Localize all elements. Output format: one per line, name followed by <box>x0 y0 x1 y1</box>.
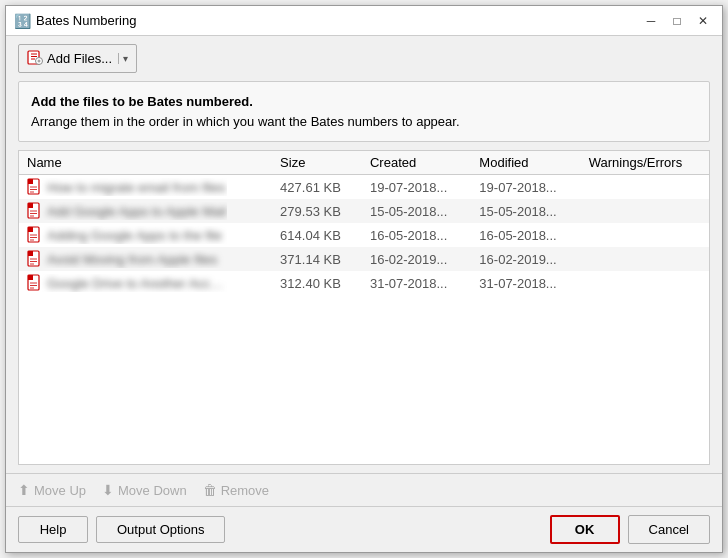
file-modified-cell: 16-05-2018... <box>471 223 580 247</box>
move-up-icon: ⬆ <box>18 482 30 498</box>
file-size-cell: 371.14 KB <box>272 247 362 271</box>
pdf-icon <box>27 250 43 268</box>
bottom-actions: ⬆ Move Up ⬇ Move Down 🗑 Remove <box>6 473 722 506</box>
remove-icon: 🗑 <box>203 482 217 498</box>
title-bar-left: 🔢 Bates Numbering <box>14 13 136 29</box>
title-bar: 🔢 Bates Numbering ─ □ ✕ <box>6 6 722 36</box>
file-name-cell: Avoid Moving from Apple files <box>19 247 272 271</box>
add-files-button[interactable]: Add Files... ▾ <box>18 44 137 73</box>
svg-rect-5 <box>28 203 33 208</box>
move-down-icon: ⬇ <box>102 482 114 498</box>
pdf-icon <box>27 274 43 292</box>
maximize-button[interactable]: □ <box>666 10 688 32</box>
instructions-panel: Add the files to be Bates numbered. Arra… <box>18 81 710 142</box>
col-name: Name <box>19 151 272 175</box>
file-table-container[interactable]: Name Size Created Modified Warnings/Erro… <box>18 150 710 465</box>
file-name-text: Google Drive to Another Account <box>47 276 227 291</box>
file-name-text: Adding Google Apps to the file <box>47 228 222 243</box>
window-icon: 🔢 <box>14 13 30 29</box>
file-created-cell: 19-07-2018... <box>362 175 471 200</box>
instructions-line2: Arrange them in the order in which you w… <box>31 112 697 132</box>
window-title: Bates Numbering <box>36 13 136 28</box>
output-options-button[interactable]: Output Options <box>96 516 225 543</box>
file-created-cell: 16-02-2019... <box>362 247 471 271</box>
remove-label: Remove <box>221 483 269 498</box>
pdf-icon <box>27 178 43 196</box>
file-warnings-cell <box>581 247 709 271</box>
file-name-cell: Adding Google Apps to the file <box>19 223 272 247</box>
table-row[interactable]: Adding Google Apps to the file 614.04 KB… <box>19 223 709 247</box>
table-row[interactable]: How to migrate email from files 427.61 K… <box>19 175 709 200</box>
file-warnings-cell <box>581 199 709 223</box>
file-warnings-cell <box>581 175 709 200</box>
svg-rect-9 <box>28 251 33 256</box>
col-modified: Modified <box>471 151 580 175</box>
cancel-button[interactable]: Cancel <box>628 515 710 544</box>
table-row[interactable]: Add Google Apps to Apple Mail 279.53 KB1… <box>19 199 709 223</box>
title-controls: ─ □ ✕ <box>640 10 714 32</box>
file-name-cell: Google Drive to Another Account <box>19 271 272 295</box>
file-warnings-cell <box>581 223 709 247</box>
toolbar: Add Files... ▾ <box>6 36 722 81</box>
table-row[interactable]: Google Drive to Another Account 312.40 K… <box>19 271 709 295</box>
file-created-cell: 16-05-2018... <box>362 223 471 247</box>
col-size: Size <box>272 151 362 175</box>
file-modified-cell: 15-05-2018... <box>471 199 580 223</box>
file-size-cell: 427.61 KB <box>272 175 362 200</box>
bates-numbering-window: 🔢 Bates Numbering ─ □ ✕ Add Files... ▾ <box>5 5 723 553</box>
file-name-text: How to migrate email from files <box>47 180 225 195</box>
move-up-button[interactable]: ⬆ Move Up <box>18 482 86 498</box>
add-files-label: Add Files... <box>47 51 112 66</box>
file-created-cell: 15-05-2018... <box>362 199 471 223</box>
add-files-icon <box>27 49 43 68</box>
file-name-text: Avoid Moving from Apple files <box>47 252 217 267</box>
col-warnings: Warnings/Errors <box>581 151 709 175</box>
move-down-label: Move Down <box>118 483 187 498</box>
file-table: Name Size Created Modified Warnings/Erro… <box>19 151 709 295</box>
file-warnings-cell <box>581 271 709 295</box>
file-size-cell: 614.04 KB <box>272 223 362 247</box>
file-name-cell: How to migrate email from files <box>19 175 272 200</box>
col-created: Created <box>362 151 471 175</box>
close-button[interactable]: ✕ <box>692 10 714 32</box>
help-button[interactable]: Help <box>18 516 88 543</box>
file-modified-cell: 19-07-2018... <box>471 175 580 200</box>
dropdown-arrow-icon: ▾ <box>118 53 128 64</box>
file-modified-cell: 31-07-2018... <box>471 271 580 295</box>
ok-button[interactable]: OK <box>550 515 620 544</box>
file-size-cell: 279.53 KB <box>272 199 362 223</box>
svg-rect-3 <box>28 179 33 184</box>
file-name-cell: Add Google Apps to Apple Mail <box>19 199 272 223</box>
move-up-label: Move Up <box>34 483 86 498</box>
remove-button[interactable]: 🗑 Remove <box>203 482 269 498</box>
file-modified-cell: 16-02-2019... <box>471 247 580 271</box>
pdf-icon <box>27 202 43 220</box>
pdf-icon <box>27 226 43 244</box>
footer-left: Help Output Options <box>18 516 225 543</box>
move-down-button[interactable]: ⬇ Move Down <box>102 482 187 498</box>
minimize-button[interactable]: ─ <box>640 10 662 32</box>
table-row[interactable]: Avoid Moving from Apple files 371.14 KB1… <box>19 247 709 271</box>
file-size-cell: 312.40 KB <box>272 271 362 295</box>
file-created-cell: 31-07-2018... <box>362 271 471 295</box>
footer-right: OK Cancel <box>550 515 710 544</box>
instructions-line1: Add the files to be Bates numbered. <box>31 92 697 112</box>
svg-rect-7 <box>28 227 33 232</box>
svg-rect-11 <box>28 275 33 280</box>
file-name-text: Add Google Apps to Apple Mail <box>47 204 226 219</box>
footer: Help Output Options OK Cancel <box>6 506 722 552</box>
